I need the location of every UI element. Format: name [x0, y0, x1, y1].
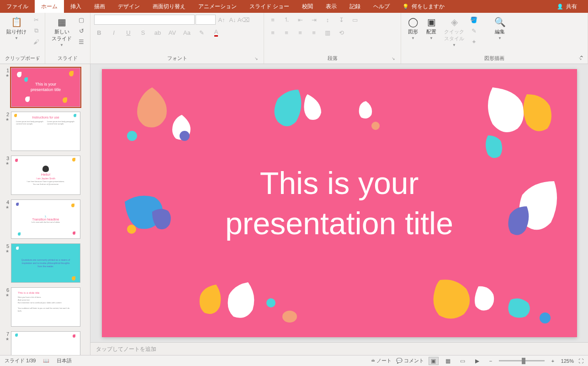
thumb-line: I am here because I love to give present…: [27, 180, 65, 183]
tab-animations[interactable]: アニメーション: [192, 0, 243, 13]
text-direction-button[interactable]: ↧: [336, 15, 346, 25]
format-painter-button[interactable]: 🖌: [31, 37, 41, 47]
slider-knob[interactable]: [522, 358, 525, 364]
italic-button[interactable]: I: [109, 27, 119, 38]
thumbnail-1[interactable]: 1★ This is yourpresentation title: [0, 67, 90, 111]
drop-decoration: [371, 122, 380, 130]
share-button[interactable]: 共有: [551, 0, 583, 13]
line-spacing-button[interactable]: ↕: [323, 15, 333, 25]
section-button[interactable]: ☰: [76, 37, 86, 47]
font-size-combo[interactable]: [196, 15, 216, 25]
drop-decoration: [127, 225, 136, 234]
numbering-button[interactable]: ⒈: [281, 15, 291, 25]
find-icon: 🔍: [494, 16, 505, 27]
slideshow-view-button[interactable]: ▶: [472, 357, 482, 365]
copy-button[interactable]: ⧉: [31, 26, 41, 36]
fit-to-window-button[interactable]: ⛶: [578, 358, 583, 364]
font-color-button[interactable]: A: [211, 27, 221, 38]
slide-sorter-button[interactable]: ▦: [443, 357, 453, 365]
slide-title-text[interactable]: This is your presentation title: [225, 163, 453, 244]
align-center-button[interactable]: ≡: [281, 27, 291, 38]
dialog-launcher-icon[interactable]: ↘: [391, 56, 396, 62]
tab-review[interactable]: 校閲: [296, 0, 319, 13]
notes-toggle[interactable]: ≐ ノート: [371, 357, 392, 364]
increase-font-button[interactable]: A↑: [217, 15, 227, 25]
shape-outline-button[interactable]: ✎: [469, 26, 479, 36]
thumbnail-7[interactable]: 7★ ⚛ Big concept: [0, 330, 90, 355]
highlight-button[interactable]: ✎: [196, 27, 207, 38]
slide-counter[interactable]: スライド 1/39: [5, 357, 36, 364]
spellcheck-icon[interactable]: 📖: [43, 358, 49, 364]
tab-file[interactable]: ファイル: [0, 0, 35, 13]
drop-decoration: [271, 90, 305, 131]
tab-insert[interactable]: 挿入: [64, 0, 88, 13]
collapse-ribbon-button[interactable]: ⌃: [579, 54, 584, 62]
new-slide-button[interactable]: ▦ 新しい スライド ▼: [49, 15, 74, 49]
normal-view-button[interactable]: ▣: [429, 357, 439, 365]
slide-canvas[interactable]: This is your presentation title: [102, 69, 577, 337]
decrease-indent-button[interactable]: ⇤: [295, 15, 305, 25]
tab-help[interactable]: ヘルプ: [367, 0, 396, 13]
underline-button[interactable]: U: [123, 27, 133, 38]
layout-button[interactable]: ▢: [76, 15, 86, 25]
tab-view[interactable]: 表示: [319, 0, 343, 13]
thumbnail-6[interactable]: 6★ This is a slide title Here you have a…: [0, 286, 90, 330]
columns-button[interactable]: ▥: [323, 27, 333, 38]
edit-button[interactable]: 🔍 編集 ▼: [492, 15, 508, 42]
arrange-button[interactable]: ▣ 配置 ▼: [423, 15, 440, 42]
decrease-font-button[interactable]: A↓: [228, 15, 238, 25]
zoom-level[interactable]: 125%: [561, 358, 574, 364]
tell-me-search[interactable]: 何をしますか: [396, 0, 451, 13]
convert-smartart-button[interactable]: ⟲: [336, 27, 346, 38]
align-left-button[interactable]: ≡: [268, 27, 278, 38]
thumbnail-5[interactable]: 5★ Quotations are commonly printed as a …: [0, 242, 90, 286]
tab-slideshow[interactable]: スライド ショー: [243, 0, 296, 13]
thumbnail-2[interactable]: 2★ Instructions for use Lorem ipsum text…: [0, 111, 90, 155]
tab-draw[interactable]: 描画: [88, 0, 111, 13]
tab-transitions[interactable]: 画面切り替え: [146, 0, 192, 13]
tab-design[interactable]: デザイン: [111, 0, 146, 13]
comments-toggle[interactable]: 💬 コメント: [396, 357, 424, 364]
clear-formatting-button[interactable]: A⌫: [238, 15, 249, 25]
quick-styles-button[interactable]: ◈ クイック スタイル ▼: [441, 15, 467, 49]
chevron-down-icon: ▼: [452, 43, 456, 47]
zoom-in-button[interactable]: +: [549, 358, 556, 364]
drop-decoration: [473, 285, 495, 312]
new-slide-label: 新しい スライド: [52, 28, 72, 42]
thumbnail-4[interactable]: 4★ 1. Transition headline Let's start wi…: [0, 199, 90, 242]
shadow-button[interactable]: ab: [153, 27, 163, 38]
thumb-name: I am Jayden Smith: [36, 177, 55, 180]
drop-decoration: [540, 312, 551, 323]
align-right-button[interactable]: ≡: [295, 27, 305, 38]
animation-star-icon: ★: [5, 249, 9, 253]
change-case-button[interactable]: Aa: [182, 27, 192, 38]
shape-fill-button[interactable]: 🪣: [469, 15, 479, 25]
zoom-out-button[interactable]: −: [487, 358, 494, 364]
shape-effects-button[interactable]: ✦: [469, 37, 479, 47]
paste-button[interactable]: 📋 貼り付け ▼: [4, 15, 29, 42]
tab-record[interactable]: 記録: [343, 0, 367, 13]
reading-view-button[interactable]: ▭: [458, 357, 468, 365]
justify-button[interactable]: ≡: [309, 27, 319, 38]
shapes-button[interactable]: ◯ 図形 ▼: [405, 15, 421, 42]
bold-button[interactable]: B: [94, 27, 104, 38]
zoom-slider[interactable]: [499, 360, 545, 361]
bullets-button[interactable]: ≡: [268, 15, 278, 25]
char-spacing-button[interactable]: AV: [167, 27, 177, 38]
cut-button[interactable]: ✂: [31, 15, 41, 25]
language-indicator[interactable]: 日本語: [57, 357, 72, 364]
thumbnail-3[interactable]: 3★ Hello! I am Jayden Smith I am here be…: [0, 155, 90, 199]
dialog-launcher-icon[interactable]: ↘: [35, 56, 40, 62]
notes-pane[interactable]: タップしてノートを追加: [90, 342, 588, 355]
thumb-bullet: But remember not to overload your slides…: [18, 301, 74, 304]
strikethrough-button[interactable]: S: [138, 27, 148, 38]
align-text-button[interactable]: ▭: [350, 15, 360, 25]
font-name-combo[interactable]: [94, 15, 195, 25]
dialog-launcher-icon[interactable]: ↘: [254, 56, 259, 62]
thumb-title: Instructions for use: [16, 116, 75, 119]
increase-indent-button[interactable]: ⇥: [309, 15, 319, 25]
slide-thumbnail-panel[interactable]: 1★ This is yourpresentation title 2★ Ins…: [0, 64, 90, 355]
tab-home[interactable]: ホーム: [35, 0, 64, 13]
reset-button[interactable]: ↺: [76, 26, 86, 36]
thumb-hello: Hello!: [41, 172, 50, 177]
